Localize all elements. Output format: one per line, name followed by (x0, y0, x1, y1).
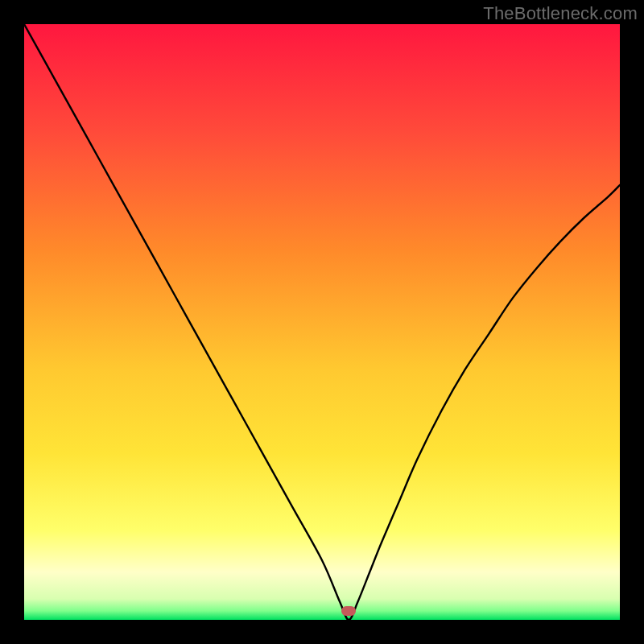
optimal-point-marker (341, 606, 356, 616)
chart-frame: TheBottleneck.com (0, 0, 644, 644)
plot-area (24, 24, 620, 620)
watermark-text: TheBottleneck.com (483, 3, 638, 24)
bottleneck-curve (24, 24, 620, 620)
